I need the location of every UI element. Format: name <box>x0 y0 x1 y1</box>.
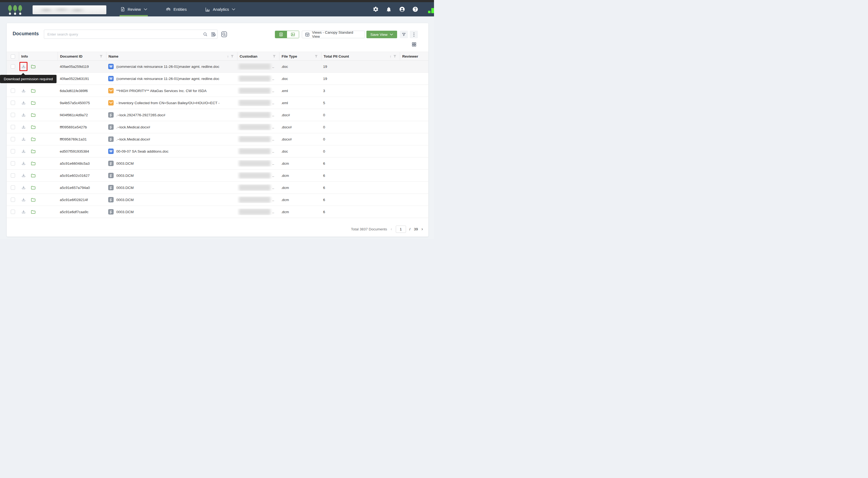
folder-button[interactable] <box>31 88 36 93</box>
row-checkbox[interactable] <box>11 113 15 117</box>
folder-button[interactable] <box>31 210 36 215</box>
table-row[interactable]: ed507f591935384 W 00-09-07 SA Seab addit… <box>7 145 428 157</box>
filter-funnel-icon[interactable] <box>315 55 318 58</box>
document-name-cell[interactable]: W (commercial risk reinsurance 11-26-01)… <box>106 64 237 69</box>
select-all-checkbox[interactable] <box>11 54 15 59</box>
advanced-search-icon[interactable] <box>221 31 227 38</box>
document-name-cell[interactable]: 0003.DCM <box>106 197 237 202</box>
table-row[interactable]: 6da3d611fe389f6 **HIGH PRIORITY** AltaGa… <box>7 85 428 97</box>
folder-button[interactable] <box>31 113 36 118</box>
download-button[interactable] <box>20 62 27 71</box>
download-button[interactable] <box>20 110 27 120</box>
column-header-document-id[interactable]: Document ID <box>58 52 106 61</box>
download-button[interactable] <box>20 183 27 192</box>
row-checkbox[interactable] <box>11 197 15 202</box>
row-checkbox[interactable] <box>11 186 15 190</box>
sort-arrow-icon[interactable]: ↑ <box>390 55 392 58</box>
document-name-cell[interactable]: 0003.DCM <box>106 209 237 215</box>
row-checkbox[interactable] <box>11 101 15 105</box>
row-checkbox[interactable] <box>11 64 15 69</box>
column-grid-icon[interactable] <box>412 42 416 47</box>
document-name-cell[interactable]: .~lock.2924776-2927265.doc# <box>106 112 237 118</box>
table-row[interactable]: 40fae0522b63191 W (commercial risk reins… <box>7 73 428 85</box>
table-row[interactable]: f404f961c4d9a72 .~lock.2924776-2927265.d… <box>7 109 428 121</box>
download-button[interactable] <box>20 86 27 95</box>
document-name-cell[interactable]: 0003.DCM <box>106 185 237 190</box>
download-button[interactable] <box>20 159 27 168</box>
folder-button[interactable] <box>31 161 36 166</box>
column-header-info[interactable]: Info <box>19 52 58 61</box>
filter-funnel-icon[interactable] <box>100 55 102 58</box>
table-view-button[interactable] <box>275 31 287 38</box>
folder-button[interactable] <box>31 64 36 69</box>
table-row[interactable]: a5c91e657a794a0 0003.DCM .. .dcm 6 <box>7 182 428 194</box>
folder-button[interactable] <box>31 173 36 178</box>
document-name-cell[interactable]: .~lock.Medical.docx# <box>106 136 237 142</box>
folder-button[interactable] <box>31 149 36 154</box>
column-header-total-pii-count[interactable]: Total PII Count↑ <box>321 52 400 61</box>
sort-arrow-icon[interactable]: ↑ <box>227 55 229 58</box>
row-checkbox[interactable] <box>11 173 15 178</box>
document-name-cell[interactable]: 0003.DCM <box>106 161 237 166</box>
user-avatar-icon[interactable] <box>399 6 405 13</box>
download-button[interactable] <box>20 171 27 180</box>
table-row[interactable]: 40fae05a259d119 W (commercial risk reins… <box>7 61 428 73</box>
folder-button[interactable] <box>31 137 36 142</box>
project-name-redacted[interactable] <box>33 5 106 14</box>
views-dropdown[interactable]: Views - Canopy Standard View <box>302 31 365 38</box>
table-row[interactable]: a5c91e6df7caa9c 0003.DCM .. .dcm 6 <box>7 206 428 218</box>
settings-gear-icon[interactable] <box>372 6 379 13</box>
save-view-button[interactable]: Save View <box>366 31 397 38</box>
download-button[interactable] <box>20 98 27 107</box>
tab-analytics[interactable]: Analytics <box>200 2 240 17</box>
folder-button[interactable] <box>31 100 36 105</box>
row-checkbox[interactable] <box>11 137 15 141</box>
table-row[interactable]: a5c91e602c01627 0003.DCM .. .dcm 6 <box>7 169 428 182</box>
download-button[interactable] <box>20 134 27 144</box>
filter-button[interactable] <box>400 31 408 38</box>
image-view-button[interactable] <box>287 31 299 38</box>
table-row[interactable]: a5c91e6f028214f 0003.DCM .. .dcm 6 <box>7 194 428 206</box>
document-name-cell[interactable]: W (commercial risk reinsurance 11-26-01)… <box>106 76 237 81</box>
previous-page-icon[interactable]: ‹ <box>391 226 392 232</box>
document-name-cell[interactable]: W 00-09-07 SA Seab additions.doc <box>106 149 237 154</box>
notifications-bell-icon[interactable] <box>385 6 392 13</box>
next-page-icon[interactable]: › <box>421 226 423 232</box>
kebab-menu-button[interactable] <box>410 31 418 38</box>
column-header-name[interactable]: Name↑ <box>106 52 237 61</box>
row-checkbox[interactable] <box>11 125 15 129</box>
tab-review[interactable]: Review <box>116 2 152 17</box>
folder-button[interactable] <box>31 197 36 202</box>
tab-entities[interactable]: Entities <box>161 2 191 17</box>
search-icon[interactable] <box>201 30 209 38</box>
help-icon[interactable] <box>412 6 418 13</box>
filter-funnel-icon[interactable] <box>231 55 234 58</box>
filter-funnel-icon[interactable] <box>393 55 396 58</box>
canopy-logo[interactable] <box>8 5 25 15</box>
row-checkbox[interactable] <box>11 89 15 93</box>
document-name-cell[interactable]: .~lock.Medical.docx# <box>106 124 237 130</box>
document-name-cell[interactable]: - Inventory Collected from CN=Susan Bail… <box>106 100 237 105</box>
table-row[interactable]: 9a4b57a5c450075 - Inventory Collected fr… <box>7 97 428 109</box>
column-header-reviewer[interactable]: Reviewer <box>400 52 428 61</box>
download-button[interactable] <box>20 123 27 132</box>
column-header-file-type[interactable]: File Type <box>279 52 321 61</box>
download-button[interactable] <box>20 195 27 204</box>
row-checkbox[interactable] <box>11 161 15 165</box>
download-button[interactable] <box>20 147 27 156</box>
download-button[interactable] <box>20 207 27 216</box>
table-row[interactable]: fff095691e5427b .~lock.Medical.docx# .. … <box>7 121 428 133</box>
search-input[interactable] <box>44 32 201 36</box>
search-history-icon[interactable] <box>209 30 217 38</box>
row-checkbox[interactable] <box>11 149 15 153</box>
row-checkbox[interactable] <box>11 210 15 214</box>
document-name-cell[interactable]: **HIGH PRIORITY** AltaGas Services Inc. … <box>106 88 237 93</box>
document-name-cell[interactable]: 0003.DCM <box>106 173 237 178</box>
table-row[interactable]: a5c91e66048c5a3 0003.DCM .. .dcm 6 <box>7 157 428 169</box>
filter-funnel-icon[interactable] <box>273 55 276 58</box>
page-number-input[interactable] <box>396 226 406 233</box>
folder-button[interactable] <box>31 125 36 130</box>
folder-button[interactable] <box>31 185 36 190</box>
column-header-custodian[interactable]: Custodian <box>237 52 279 61</box>
table-row[interactable]: fff0956769c1a31 .~lock.Medical.docx# .. … <box>7 133 428 145</box>
